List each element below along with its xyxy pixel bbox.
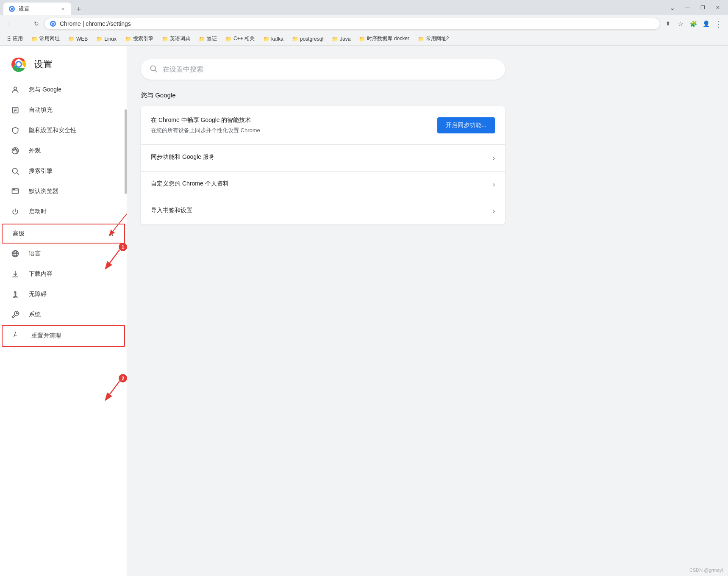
section-title: 您与 Google <box>141 91 714 100</box>
nav-actions: ⬆ ☆ 🧩 👤 ⋮ <box>662 18 725 30</box>
import-bookmarks-chevron-icon: › <box>493 208 495 215</box>
sidebar-item-accessibility-label: 无障碍 <box>29 291 47 298</box>
svg-point-8 <box>14 87 17 90</box>
bookmark-apps[interactable]: ⠿ 应用 <box>3 34 26 43</box>
wrench-icon <box>10 310 20 320</box>
sync-title: 在 Chrome 中畅享 Google 的智能技术 <box>151 116 431 124</box>
bookmark-linux-label: Linux <box>104 36 117 42</box>
folder-icon-10: 📁 <box>332 36 338 42</box>
enable-sync-button[interactable]: 开启同步功能... <box>437 117 495 133</box>
sidebar-item-download-label: 下载内容 <box>29 270 53 278</box>
sidebar-item-privacy[interactable]: 隐私设置和安全性 <box>0 120 127 141</box>
bookmark-web[interactable]: 📁 WEB <box>65 35 91 43</box>
bookmark-kafka-label: kafka <box>271 36 283 42</box>
sidebar-item-autofill[interactable]: 自动填充 <box>0 100 127 120</box>
sidebar-item-google[interactable]: 您与 Google <box>0 80 127 100</box>
bookmark-cpp[interactable]: 📁 C++ 相关 <box>222 34 258 43</box>
sidebar-item-accessibility[interactable]: 无障碍 <box>0 284 127 305</box>
bookmark-linux[interactable]: 📁 Linux <box>93 35 120 43</box>
sync-top-row: 在 Chrome 中畅享 Google 的智能技术 在您的所有设备上同步并个性化… <box>141 106 505 145</box>
forward-button[interactable]: → <box>17 18 29 30</box>
tab-title: 设置 <box>19 5 30 13</box>
power-icon <box>10 207 20 217</box>
palette-icon <box>10 146 20 156</box>
tab-close-button[interactable]: × <box>59 6 66 12</box>
extensions-button[interactable]: 🧩 <box>687 18 699 30</box>
bookmark-java[interactable]: 📁 Java <box>328 35 354 43</box>
cast-button[interactable]: ⬆ <box>662 18 674 30</box>
download-icon <box>10 269 20 279</box>
folder-icon-11: 📁 <box>359 36 365 42</box>
bookmark-kafka[interactable]: 📁 kafka <box>260 35 287 43</box>
sidebar-title: 设置 <box>34 58 53 71</box>
svg-point-21 <box>13 189 13 189</box>
sidebar: 设置 您与 Google 自动填充 <box>0 46 127 576</box>
globe-icon <box>10 249 20 259</box>
annotation-svg-2: 2 <box>93 372 127 423</box>
svg-point-22 <box>14 189 14 189</box>
window-controls: ⌄ — ❐ ✕ <box>665 3 725 13</box>
address-bar[interactable]: Chrome | chrome://settings <box>44 18 660 30</box>
customize-profile-row[interactable]: 自定义您的 Chrome 个人资料 › <box>141 172 505 198</box>
back-button[interactable]: ← <box>3 18 15 30</box>
article-icon <box>10 105 20 115</box>
sidebar-item-search-label: 搜索引擎 <box>29 167 53 175</box>
bookmark-common2[interactable]: 📁 常用网址2 <box>414 34 453 43</box>
folder-icon-4: 📁 <box>125 36 131 42</box>
search-placeholder-text: 在设置中搜索 <box>163 65 203 74</box>
annotation-arrow-1 <box>101 210 127 244</box>
shield-icon <box>10 125 20 136</box>
svg-line-24 <box>110 214 127 235</box>
sidebar-item-system[interactable]: 系统 <box>0 305 127 325</box>
refresh-button[interactable]: ↻ <box>31 18 42 30</box>
bookmark-java-label: Java <box>340 36 350 42</box>
settings-search-bar[interactable]: 在设置中搜索 <box>141 59 505 80</box>
bookmark-visa-label: 签证 <box>207 35 217 42</box>
svg-point-2 <box>11 8 13 10</box>
sync-services-content: 同步功能和 Google 服务 <box>151 153 493 163</box>
bookmark-visa[interactable]: 📁 签证 <box>195 34 220 43</box>
sidebar-item-language[interactable]: 语言 <box>0 244 127 264</box>
sync-services-row[interactable]: 同步功能和 Google 服务 › <box>141 145 505 172</box>
sidebar-item-reset-label: 重置并清理 <box>31 332 61 340</box>
restore-button[interactable]: ❐ <box>696 3 709 13</box>
menu-button[interactable]: ⋮ <box>713 18 725 30</box>
navbar: ← → ↻ Chrome | chrome://settings ⬆ ☆ 🧩 👤… <box>0 15 728 32</box>
bookmark-common2-label: 常用网址2 <box>426 35 449 42</box>
bookmark-button[interactable]: ☆ <box>675 18 686 30</box>
sidebar-item-browser[interactable]: 默认浏览器 <box>0 181 127 202</box>
sidebar-item-reset[interactable]: 重置并清理 2 <box>2 325 125 347</box>
svg-point-15 <box>15 149 16 150</box>
sidebar-scrollbar[interactable] <box>125 109 127 194</box>
main-area: 设置 您与 Google 自动填充 <box>0 46 728 576</box>
new-tab-button[interactable]: + <box>73 3 85 15</box>
window-chevron-button[interactable]: ⌄ <box>665 3 679 13</box>
svg-line-41 <box>106 381 119 399</box>
person-icon <box>10 85 20 95</box>
bookmark-dict[interactable]: 📁 英语词典 <box>158 34 194 43</box>
sidebar-item-appearance[interactable]: 外观 <box>0 141 127 161</box>
import-bookmarks-content: 导入书签和设置 <box>151 207 493 216</box>
folder-icon-7: 📁 <box>225 36 232 42</box>
sidebar-item-startup-label: 启动时 <box>29 208 47 216</box>
profile-button[interactable]: 👤 <box>700 18 712 30</box>
bookmark-tsdb[interactable]: 📁 时序数据库 docker <box>356 34 412 43</box>
svg-text:2: 2 <box>122 376 125 382</box>
tab-bar: 设置 × + <box>3 0 85 15</box>
close-button[interactable]: ✕ <box>711 3 725 13</box>
titlebar: 设置 × + ⌄ — ❐ ✕ <box>0 0 728 15</box>
sidebar-item-download[interactable]: 下载内容 <box>0 264 127 284</box>
sidebar-item-system-label: 系统 <box>29 311 41 318</box>
bookmark-search[interactable]: 📁 搜索引擎 <box>122 34 157 43</box>
sidebar-item-search[interactable]: 搜索引擎 <box>0 161 127 181</box>
sidebar-item-appearance-label: 外观 <box>29 147 41 155</box>
svg-point-7 <box>17 62 21 66</box>
folder-icon-3: 📁 <box>96 36 103 42</box>
bookmark-postgres[interactable]: 📁 postgresql <box>289 35 327 43</box>
settings-tab[interactable]: 设置 × <box>3 3 71 15</box>
bookmark-common[interactable]: 📁 常用网址 <box>28 34 63 43</box>
sidebar-item-privacy-label: 隐私设置和安全性 <box>29 127 76 134</box>
folder-icon-1: 📁 <box>31 36 38 42</box>
import-bookmarks-row[interactable]: 导入书签和设置 › <box>141 198 505 224</box>
minimize-button[interactable]: — <box>681 3 694 13</box>
